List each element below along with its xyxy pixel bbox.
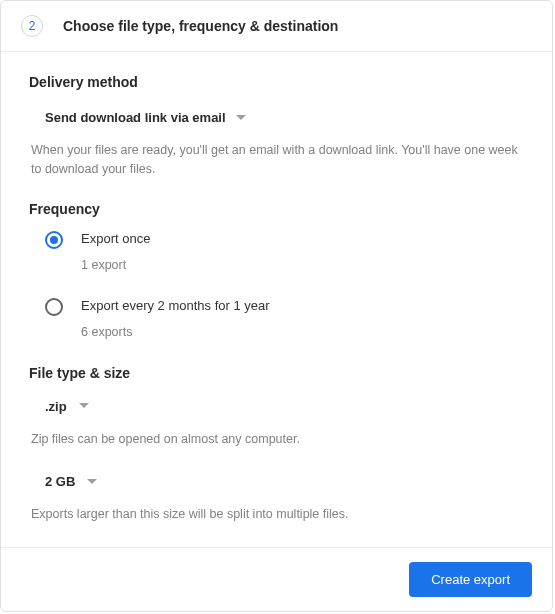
filetype-title: File type & size (29, 365, 524, 381)
filetype-dropdown[interactable]: .zip (29, 395, 89, 418)
frequency-option-label: Export once (81, 231, 150, 246)
filesize-selected: 2 GB (45, 474, 75, 489)
step-header: 2 Choose file type, frequency & destinat… (1, 1, 552, 52)
frequency-section: Frequency Export once 1 export (29, 201, 524, 339)
caret-down-icon (236, 115, 246, 121)
frequency-option-label: Export every 2 months for 1 year (81, 298, 270, 313)
frequency-radio-group: Export once 1 export Export every 2 mont… (29, 231, 524, 339)
caret-down-icon (87, 479, 97, 485)
radio-unselected-icon (45, 298, 63, 316)
delivery-method-dropdown[interactable]: Send download link via email (29, 104, 248, 131)
export-step-card: 2 Choose file type, frequency & destinat… (0, 0, 553, 612)
step-title: Choose file type, frequency & destinatio… (63, 18, 338, 34)
step-content: Delivery method Send download link via e… (1, 52, 552, 547)
frequency-option-once-text: Export once 1 export (81, 231, 150, 272)
filesize-helper-text: Exports larger than this size will be sp… (29, 505, 524, 524)
frequency-title: Frequency (29, 201, 524, 217)
delivery-method-selected: Send download link via email (45, 110, 226, 125)
svg-point-2 (46, 299, 62, 315)
delivery-title: Delivery method (29, 74, 524, 90)
delivery-helper-text: When your files are ready, you'll get an… (29, 141, 524, 179)
radio-selected-icon (45, 231, 63, 249)
frequency-option-bimonthly[interactable]: Export every 2 months for 1 year 6 expor… (45, 298, 524, 339)
filetype-selected: .zip (45, 399, 67, 414)
step-number: 2 (29, 19, 36, 33)
frequency-option-bimonthly-text: Export every 2 months for 1 year 6 expor… (81, 298, 270, 339)
frequency-option-once[interactable]: Export once 1 export (45, 231, 524, 272)
filetype-section: File type & size .zip Zip files can be o… (29, 365, 524, 525)
svg-point-1 (50, 236, 58, 244)
caret-down-icon (79, 403, 89, 409)
create-export-button[interactable]: Create export (409, 562, 532, 597)
filesize-dropdown[interactable]: 2 GB (29, 470, 97, 493)
step-number-badge: 2 (21, 15, 43, 37)
filetype-helper-text: Zip files can be opened on almost any co… (29, 430, 524, 449)
frequency-option-sub: 6 exports (81, 325, 270, 339)
step-footer: Create export (1, 547, 552, 611)
delivery-section: Delivery method Send download link via e… (29, 74, 524, 179)
frequency-option-sub: 1 export (81, 258, 150, 272)
